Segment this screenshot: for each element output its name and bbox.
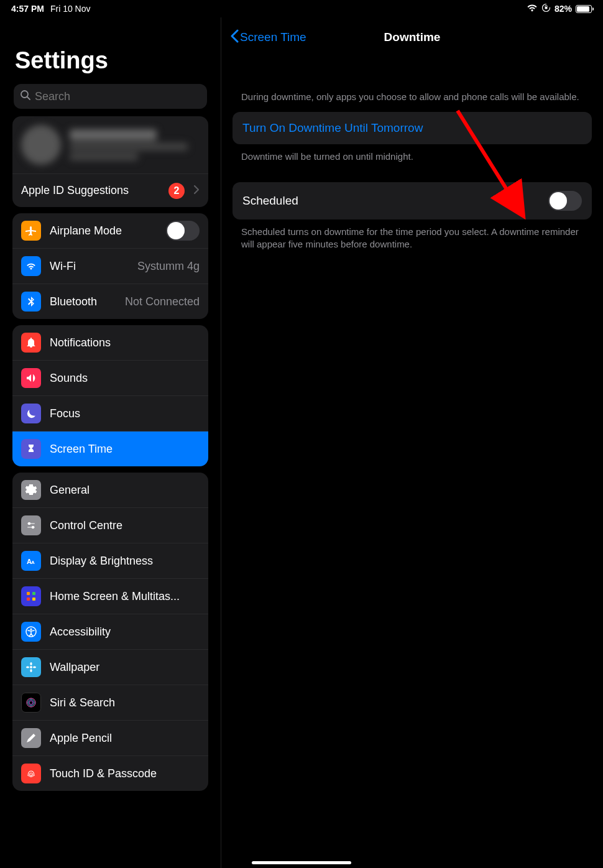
sidebar-item-home-screen[interactable]: Home Screen & Multitas... [12, 578, 208, 614]
sidebar-item-siri[interactable]: Siri & Search [12, 685, 208, 720]
sidebar-item-label: Sounds [50, 372, 200, 385]
home-indicator[interactable] [252, 861, 351, 864]
sidebar-item-touchid[interactable]: Touch ID & Passcode [12, 755, 208, 791]
sliders-icon [21, 515, 41, 535]
sidebar-item-label: Apple Pencil [50, 732, 200, 745]
wifi-icon [21, 256, 41, 276]
bluetooth-value: Not Connected [125, 295, 200, 308]
sidebar-item-label: Wallpaper [50, 661, 200, 674]
airplane-toggle[interactable] [166, 221, 200, 241]
svg-point-2 [21, 91, 28, 98]
back-label: Screen Time [240, 30, 306, 44]
scheduled-label: Scheduled [242, 194, 298, 208]
svg-rect-1 [545, 7, 547, 9]
apple-id-suggestions-row[interactable]: Apple ID Suggestions 2 [12, 173, 208, 207]
svg-point-16 [30, 666, 32, 668]
back-button[interactable]: Screen Time [230, 29, 306, 46]
sidebar-item-control-centre[interactable]: Control Centre [12, 507, 208, 543]
svg-point-20 [33, 666, 36, 668]
turn-on-label: Turn On Downtime Until Tomorrow [242, 121, 423, 135]
scheduled-toggle[interactable] [548, 191, 582, 211]
svg-text:A: A [31, 560, 35, 565]
svg-rect-7 [27, 527, 35, 528]
gear-icon [21, 480, 41, 500]
turn-on-downtime-button[interactable]: Turn On Downtime Until Tomorrow [232, 112, 592, 144]
battery-pct: 82% [555, 4, 572, 14]
sidebar-item-label: Focus [50, 407, 200, 420]
speaker-icon [21, 368, 41, 388]
detail-title: Downtime [384, 30, 441, 44]
sidebar-item-airplane[interactable]: Airplane Mode [12, 213, 208, 248]
sidebar-item-display[interactable]: AA Display & Brightness [12, 543, 208, 578]
bluetooth-icon [21, 292, 41, 312]
sidebar-item-label: Touch ID & Passcode [50, 767, 200, 780]
sidebar-item-label: Control Centre [50, 519, 200, 532]
sidebar-item-label: Bluetooth [50, 295, 116, 308]
sidebar-item-screentime[interactable]: Screen Time [12, 431, 208, 466]
avatar [21, 125, 61, 165]
group-connectivity: Airplane Mode Wi-Fi Systumm 4g Bluetooth… [12, 213, 208, 319]
apple-id-profile[interactable] [12, 116, 208, 173]
orientation-lock-icon [541, 3, 551, 14]
intro-note: During downtime, only apps you choose to… [221, 91, 603, 103]
sidebar-item-bluetooth[interactable]: Bluetooth Not Connected [12, 284, 208, 319]
sidebar-item-label: Notifications [50, 336, 200, 349]
page-title: Settings [0, 17, 221, 84]
turn-on-note: Downtime will be turned on until midnigh… [221, 150, 603, 163]
detail-pane: Screen Time Downtime During downtime, on… [221, 17, 603, 868]
group-focus: Notifications Sounds Focus Screen Time [12, 325, 208, 466]
sidebar-item-label: Accessibility [50, 626, 200, 639]
sidebar-item-label: Wi-Fi [50, 260, 129, 273]
search-icon [20, 90, 31, 103]
moon-icon [21, 404, 41, 423]
svg-point-15 [30, 628, 32, 630]
bell-icon [21, 333, 41, 353]
apple-id-card: Apple ID Suggestions 2 [12, 116, 208, 207]
search-field[interactable] [14, 84, 207, 109]
wifi-icon [527, 4, 538, 14]
scheduled-row: Scheduled [232, 182, 592, 219]
grid-icon [21, 586, 41, 606]
battery-icon [576, 5, 592, 13]
wifi-value: Systumm 4g [137, 260, 200, 273]
sidebar-item-label: Display & Brightness [50, 555, 200, 568]
sidebar-item-label: General [50, 484, 200, 497]
flower-icon [21, 657, 41, 677]
chevron-right-icon [193, 185, 200, 197]
sidebar-item-label: Siri & Search [50, 696, 200, 709]
apple-id-suggestions-label: Apple ID Suggestions [21, 184, 160, 197]
airplane-icon [21, 221, 41, 241]
status-time: 4:57 PM [11, 4, 44, 14]
chevron-left-icon [230, 29, 239, 46]
group-general: General Control Centre AA Display & Brig… [12, 473, 208, 791]
svg-point-17 [30, 662, 32, 665]
svg-point-18 [30, 669, 32, 672]
svg-rect-13 [32, 598, 35, 601]
scheduled-note: Scheduled turns on downtime for the time… [221, 226, 603, 251]
hourglass-icon [21, 439, 41, 459]
sidebar-item-sounds[interactable]: Sounds [12, 360, 208, 395]
sidebar-item-accessibility[interactable]: Accessibility [12, 614, 208, 649]
sidebar-item-notifications[interactable]: Notifications [12, 325, 208, 360]
scheduled-list: Scheduled [232, 182, 592, 219]
badge-count: 2 [168, 183, 185, 199]
fingerprint-icon [21, 764, 41, 783]
settings-sidebar[interactable]: Settings Apple ID Suggestions 2 [0, 17, 221, 868]
sidebar-item-general[interactable]: General [12, 473, 208, 507]
sidebar-item-wifi[interactable]: Wi-Fi Systumm 4g [12, 248, 208, 284]
svg-point-19 [26, 666, 29, 668]
sidebar-item-focus[interactable]: Focus [12, 395, 208, 431]
svg-point-23 [29, 701, 33, 704]
siri-icon [21, 693, 41, 713]
sidebar-item-label: Home Screen & Multitas... [50, 590, 200, 603]
search-input[interactable] [35, 90, 201, 103]
pencil-icon [21, 728, 41, 748]
sidebar-item-wallpaper[interactable]: Wallpaper [12, 649, 208, 685]
svg-rect-11 [32, 592, 35, 595]
status-bar: 4:57 PM Fri 10 Nov 82% [0, 0, 603, 17]
sidebar-item-label: Airplane Mode [50, 224, 157, 238]
svg-line-3 [27, 97, 30, 99]
sidebar-item-pencil[interactable]: Apple Pencil [12, 720, 208, 755]
status-date: Fri 10 Nov [50, 4, 91, 14]
turn-on-list: Turn On Downtime Until Tomorrow [232, 112, 592, 144]
